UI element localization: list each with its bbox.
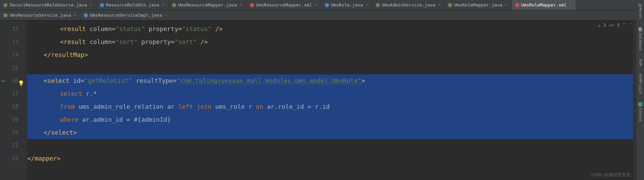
change-marker-icon: ← (1, 74, 6, 87)
intention-bulb-icon[interactable]: 💡 (18, 77, 25, 90)
tab-resourceroledto[interactable]: ResourceRoleDto.java× (96, 0, 169, 10)
line-number[interactable]: 12 (0, 22, 18, 35)
chevron-up-icon[interactable]: ˄ (622, 22, 626, 28)
tab-row-2: UmsResourceService.java× UmsResourceServ… (0, 10, 644, 20)
tab-umsrole[interactable]: UmsRole.java× (321, 0, 373, 10)
line-number[interactable]: 17 (0, 87, 18, 100)
watermark-text: CSDN @渔阳节度使 (590, 172, 630, 178)
tab-umsresourceservice[interactable]: UmsResourceService.java× (0, 10, 80, 20)
typo-icon: ✔✔ (609, 22, 614, 28)
warning-icon: ⚠ (598, 22, 601, 28)
close-icon[interactable]: × (504, 3, 508, 7)
inspection-widget[interactable]: ⚠2 ✔✔3 ˄ ˅ (598, 22, 632, 28)
close-icon[interactable]: × (164, 13, 168, 17)
chevron-down-icon[interactable]: ˅ (629, 22, 632, 28)
line-number[interactable]: 18 (0, 100, 18, 113)
close-icon[interactable]: × (89, 3, 93, 7)
tab-umsrolemapper-java[interactable]: UmsRoleMapper.java× (445, 0, 512, 10)
database-icon (639, 27, 642, 31)
tab-umsresourcemapper-xml[interactable]: UmsResourceMapper.xml× (246, 0, 321, 10)
right-tool-strip: mMaven Database ASM ASMPlugin Codota (636, 0, 644, 180)
tool-asm[interactable]: ASM (638, 59, 643, 66)
tab-umsresourceserviceimpl[interactable]: UmsResourceServiceImpl.java× (80, 10, 171, 20)
line-number[interactable]: 22 (0, 152, 18, 165)
tool-asmplugin[interactable]: ASMPlugin (638, 74, 643, 94)
java-interface-icon (3, 3, 8, 7)
tab-row-1: SecuriResourceRoleSource.java× ResourceR… (0, 0, 644, 10)
fold-end-icon[interactable]: ⌃ (22, 50, 24, 54)
java-interface-icon (3, 13, 8, 17)
line-number-gutter: 12 13 14 15 16 17 18 19 20 21 22 (0, 20, 20, 180)
close-icon[interactable]: × (314, 3, 318, 7)
java-interface-icon (448, 3, 452, 7)
fold-end-icon[interactable]: ⌃ (22, 128, 24, 132)
line-number[interactable]: 14 (0, 48, 18, 61)
close-icon[interactable]: × (569, 3, 572, 7)
typo-count: 3 (617, 22, 619, 28)
tab-securiresourcerolesource[interactable]: SecuriResourceRoleSource.java× (0, 0, 96, 10)
java-class-icon (84, 13, 88, 17)
java-class-icon (100, 3, 104, 7)
line-number[interactable]: 19 (0, 113, 18, 126)
xml-file-icon (250, 3, 254, 7)
maven-icon: m (638, 3, 643, 6)
tool-database[interactable]: Database (638, 27, 643, 51)
line-number[interactable]: 15 (0, 61, 18, 74)
close-icon[interactable]: × (365, 3, 369, 7)
close-icon[interactable]: × (73, 13, 77, 17)
error-stripe[interactable] (633, 20, 636, 180)
tab-umsadminservice[interactable]: UmsAdminService.java× (372, 0, 445, 10)
java-interface-icon (172, 3, 176, 7)
line-number[interactable]: 13 (0, 35, 18, 48)
line-number[interactable]: 21 (0, 139, 18, 152)
tool-codota[interactable]: Codota (638, 102, 643, 121)
close-icon[interactable]: × (239, 3, 243, 7)
close-icon[interactable]: × (437, 3, 441, 7)
xml-file-icon (515, 3, 519, 7)
fold-marker-icon[interactable]: ⌄ (22, 25, 24, 28)
tool-maven[interactable]: mMaven (638, 3, 643, 19)
tab-umsrolemapper-xml[interactable]: UmsRoleMapper.xml× (512, 0, 576, 10)
fold-gutter: ⌄ ⌃ ⌄ ⌃ (20, 20, 27, 180)
code-text-area[interactable]: <result column="status" property="status… (27, 20, 644, 180)
java-interface-icon (376, 3, 380, 7)
tab-umsresourcemapper-java[interactable]: UmsResourceMapper.java× (169, 0, 246, 10)
editor-area: 12 13 14 15 16 17 18 19 20 21 22 ⌄ ⌃ ⌄ ⌃… (0, 20, 644, 180)
close-icon[interactable]: × (161, 3, 165, 7)
line-number[interactable]: 20 (0, 126, 18, 139)
java-class-icon (325, 3, 329, 7)
warning-count: 2 (603, 22, 606, 28)
codota-icon (638, 102, 642, 106)
